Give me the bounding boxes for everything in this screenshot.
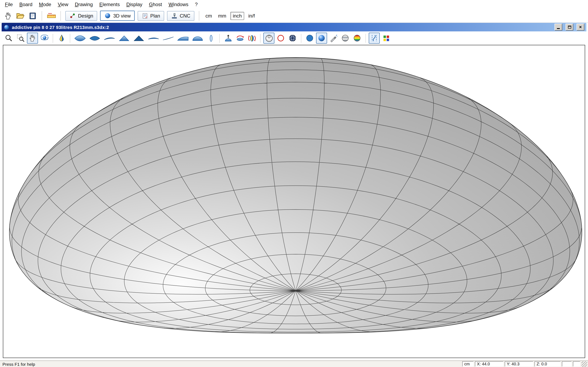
toolbar-separator — [70, 34, 70, 43]
rocker-view-icon[interactable] — [103, 33, 116, 43]
menu-display[interactable]: Display — [123, 0, 146, 8]
cross-section-view-icon[interactable] — [205, 33, 216, 44]
status-y-field: Y: 40.3 — [505, 361, 533, 367]
viewport-canvas[interactable] — [3, 45, 585, 358]
wireframe-globe-icon[interactable] — [287, 33, 298, 44]
orbit-rotate-icon[interactable] — [39, 33, 50, 44]
rainbow-stripes-sphere-icon[interactable] — [352, 33, 363, 44]
open-file-icon[interactable] — [15, 10, 26, 21]
resize-grip[interactable] — [581, 361, 587, 367]
curvature-display-icon[interactable] — [369, 33, 380, 44]
cnc-icon — [171, 12, 178, 19]
status-help-text: Press F1 for help — [1, 361, 461, 366]
plan-icon — [142, 12, 148, 19]
menu-bar: File Board Mode View Drawing Elements Di… — [0, 0, 588, 9]
half-outline-view-icon[interactable] — [176, 33, 190, 43]
design-mode-label: Design — [78, 13, 93, 18]
tail-template-view-icon[interactable] — [132, 33, 146, 43]
smooth-shading-icon[interactable] — [316, 33, 327, 44]
spin-template-view-icon[interactable] — [88, 33, 102, 43]
save-board-icon[interactable] — [27, 10, 38, 21]
cnc-button[interactable]: CNC — [167, 11, 194, 21]
view-3d-button[interactable]: 3D view — [100, 11, 135, 21]
status-x-field: X: 44.0 — [475, 361, 503, 367]
toolbar-separator — [53, 34, 53, 43]
menu-drawing[interactable]: Drawing — [72, 0, 96, 8]
status-extra-field-1 — [562, 361, 572, 367]
menu-board[interactable]: Board — [16, 0, 36, 8]
status-bar: Press F1 for help cm X: 44.0 Y: 40.3 Z: … — [0, 360, 588, 367]
red-circle-icon[interactable] — [275, 33, 286, 44]
document-title: addictive pin 8 0 27 93litres R213mm.s3d… — [12, 25, 551, 30]
main-toolbar: Design 3D view Plan CNC cm mm inch in/f — [0, 9, 588, 23]
gray-stripes-sphere-icon[interactable] — [340, 33, 351, 44]
flip-board-icon[interactable] — [223, 33, 233, 44]
plan-view-label: Plan — [150, 13, 160, 18]
toolbar-separator — [61, 11, 61, 21]
sphere-3d-icon — [104, 12, 111, 19]
flat-shading-icon[interactable] — [304, 33, 315, 44]
rotate-horizontal-icon[interactable] — [234, 33, 245, 44]
menu-file[interactable]: File — [2, 0, 16, 8]
status-extra-field-2 — [573, 361, 580, 367]
view-3d-label: 3D view — [113, 13, 131, 18]
render-marks-sphere-icon[interactable] — [263, 33, 274, 44]
board-3d-render[interactable] — [3, 45, 585, 358]
toolbar-separator — [260, 34, 260, 43]
application-window: File Board Mode View Drawing Elements Di… — [0, 0, 588, 367]
minimize-icon — [557, 28, 560, 29]
color-palette-icon[interactable] — [380, 33, 392, 44]
plan-view-button[interactable]: Plan — [138, 11, 164, 21]
view-toolbar — [0, 31, 588, 45]
outline-view-icon[interactable] — [73, 33, 87, 43]
canvas-margin — [0, 358, 588, 360]
measure-ruler-icon[interactable] — [46, 10, 57, 21]
close-icon: × — [579, 25, 582, 29]
toolbar-separator — [301, 34, 301, 43]
menu-windows[interactable]: Windows — [165, 0, 191, 8]
toolbar-separator — [219, 34, 220, 43]
unit-inf[interactable]: in/f — [246, 12, 257, 19]
unit-inch[interactable]: inch — [230, 12, 244, 20]
document-title-bar: addictive pin 8 0 27 93litres R213mm.s3d… — [2, 23, 586, 31]
nose-template-view-icon[interactable] — [117, 33, 131, 43]
pan-hand-icon[interactable] — [27, 33, 38, 44]
maximize-button[interactable] — [566, 24, 573, 31]
menu-view[interactable]: View — [54, 0, 72, 8]
menu-help[interactable]: ? — [192, 0, 201, 8]
status-z-field: Z: 0.0 — [535, 361, 561, 367]
design-icon — [69, 12, 76, 19]
zoom-window-icon[interactable] — [15, 33, 26, 44]
menu-mode[interactable]: Mode — [36, 0, 54, 8]
toolbar-separator — [199, 11, 199, 21]
toolbar-separator — [42, 11, 42, 21]
status-unit-field: cm — [462, 361, 474, 367]
hand-tool-icon[interactable] — [2, 10, 13, 21]
cnc-label: CNC — [180, 13, 190, 18]
marker-pin-icon[interactable] — [56, 33, 67, 44]
document-window-icon — [4, 24, 9, 30]
thickness-view-icon[interactable] — [147, 33, 160, 43]
unit-mm[interactable]: mm — [216, 12, 228, 19]
close-button[interactable]: × — [577, 24, 584, 31]
maximize-icon — [568, 26, 571, 29]
rail-view-icon[interactable] — [161, 33, 175, 43]
zoom-icon[interactable] — [3, 33, 14, 44]
minimize-button[interactable] — [554, 24, 562, 31]
deck-view-icon[interactable] — [191, 33, 205, 43]
design-mode-button[interactable]: Design — [65, 11, 97, 21]
unit-cm[interactable]: cm — [203, 12, 214, 19]
menu-ghost[interactable]: Ghost — [146, 0, 165, 8]
toolbar-separator — [365, 34, 366, 43]
menu-elements[interactable]: Elements — [96, 0, 123, 8]
rotate-vertical-icon[interactable] — [246, 33, 257, 44]
airbrush-paint-icon[interactable] — [328, 33, 339, 44]
